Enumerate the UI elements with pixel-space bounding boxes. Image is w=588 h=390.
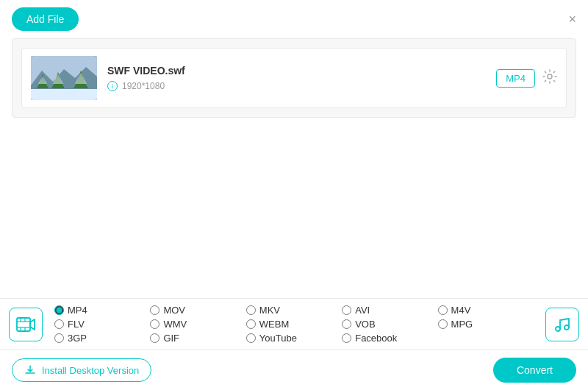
format-label-webm: WEBM xyxy=(259,319,289,330)
format-badge-button[interactable]: MP4 xyxy=(496,69,535,88)
format-radio-facebook[interactable] xyxy=(342,333,351,343)
music-note-icon xyxy=(553,316,571,333)
install-label: Install Desktop Version xyxy=(42,365,139,376)
format-label-gif: GIF xyxy=(163,333,179,344)
audio-format-icon[interactable] xyxy=(545,308,579,341)
format-option-youtube[interactable]: YouTube xyxy=(246,333,342,344)
format-option-3gp[interactable]: 3GP xyxy=(54,333,150,344)
convert-button[interactable]: Convert xyxy=(493,358,576,383)
file-resolution: 1920*1080 xyxy=(122,81,165,91)
format-radio-mpg[interactable] xyxy=(438,319,448,329)
format-label-mkv: MKV xyxy=(259,305,280,316)
formats-grid: MP4 MOV MKV AVI M4V FLV xyxy=(54,305,534,344)
film-icon xyxy=(15,314,36,335)
format-label-mp4: MP4 xyxy=(68,305,87,316)
header: Add File × xyxy=(0,0,588,38)
file-info: SWF VIDEO.swf i 1920*1080 xyxy=(107,65,496,91)
svg-rect-2 xyxy=(31,89,97,100)
format-radio-3gp[interactable] xyxy=(54,333,64,343)
format-label-m4v: M4V xyxy=(451,305,471,316)
format-radio-youtube[interactable] xyxy=(246,333,256,343)
format-label-youtube: YouTube xyxy=(259,333,297,344)
file-actions: MP4 xyxy=(496,69,557,88)
file-thumbnail xyxy=(31,56,97,100)
video-format-icon[interactable] xyxy=(9,308,43,341)
format-label-wmv: WMV xyxy=(163,319,187,330)
settings-button[interactable] xyxy=(542,69,557,88)
format-option-mkv[interactable]: MKV xyxy=(246,305,342,316)
format-radio-wmv[interactable] xyxy=(150,319,159,329)
format-radio-mkv[interactable] xyxy=(246,305,256,315)
close-button[interactable]: × xyxy=(568,13,576,26)
format-option-vob[interactable]: VOB xyxy=(342,319,437,330)
format-option-m4v[interactable]: M4V xyxy=(438,305,534,316)
format-option-mov[interactable]: MOV xyxy=(150,305,245,316)
file-item: SWF VIDEO.swf i 1920*1080 MP4 xyxy=(21,48,567,108)
file-name: SWF VIDEO.swf xyxy=(107,65,496,77)
format-label-avi: AVI xyxy=(355,305,370,316)
format-radio-vob[interactable] xyxy=(342,319,351,329)
gear-icon xyxy=(542,69,557,84)
format-radio-m4v[interactable] xyxy=(438,305,448,315)
format-option-facebook[interactable]: Facebook xyxy=(342,333,437,344)
format-option-avi[interactable]: AVI xyxy=(342,305,437,316)
bottom-bar: MP4 MOV MKV AVI M4V FLV xyxy=(0,298,588,390)
format-label-vob: VOB xyxy=(355,319,375,330)
bottom-actions: Install Desktop Version Convert xyxy=(0,350,588,390)
format-option-flv[interactable]: FLV xyxy=(54,319,150,330)
format-option-webm[interactable]: WEBM xyxy=(246,319,342,330)
info-icon: i xyxy=(107,81,118,91)
file-list: SWF VIDEO.swf i 1920*1080 MP4 xyxy=(12,38,576,118)
format-selector: MP4 MOV MKV AVI M4V FLV xyxy=(0,299,588,350)
format-option-gif[interactable]: GIF xyxy=(150,333,245,344)
svg-point-20 xyxy=(556,327,560,331)
format-radio-gif[interactable] xyxy=(150,333,159,343)
format-option-mpg[interactable]: MPG xyxy=(438,319,534,330)
svg-point-12 xyxy=(548,74,552,79)
add-file-button[interactable]: Add File xyxy=(12,7,79,31)
format-radio-mov[interactable] xyxy=(150,305,159,315)
format-option-mp4[interactable]: MP4 xyxy=(54,305,150,316)
format-label-facebook: Facebook xyxy=(355,333,397,344)
format-option-wmv[interactable]: WMV xyxy=(150,319,245,330)
svg-rect-13 xyxy=(17,318,30,331)
file-meta: i 1920*1080 xyxy=(107,81,496,91)
format-label-mpg: MPG xyxy=(451,319,473,330)
install-desktop-button[interactable]: Install Desktop Version xyxy=(12,358,151,382)
content-area xyxy=(0,118,588,287)
format-radio-webm[interactable] xyxy=(246,319,256,329)
format-label-3gp: 3GP xyxy=(68,333,87,344)
format-radio-mp4[interactable] xyxy=(54,305,64,315)
format-radio-flv[interactable] xyxy=(54,319,64,329)
download-icon xyxy=(24,364,36,376)
format-label-flv: FLV xyxy=(68,319,85,330)
format-radio-avi[interactable] xyxy=(342,305,351,315)
format-label-mov: MOV xyxy=(163,305,185,316)
